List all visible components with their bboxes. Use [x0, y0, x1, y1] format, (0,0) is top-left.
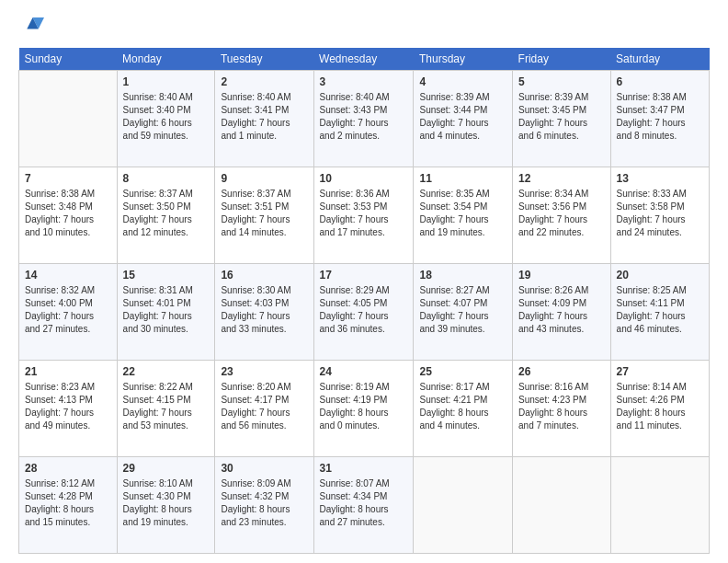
day-number: 2: [221, 75, 307, 90]
day-number: 24: [320, 364, 408, 380]
calendar-cell: 7Sunrise: 8:38 AMSunset: 3:48 PMDaylight…: [19, 167, 118, 264]
day-info: Sunrise: 8:31 AMSunset: 4:01 PMDaylight:…: [123, 284, 210, 336]
calendar-cell: 28Sunrise: 8:12 AMSunset: 4:28 PMDayligh…: [19, 457, 118, 554]
day-number: 4: [419, 75, 506, 90]
calendar-cell: 2Sunrise: 8:40 AMSunset: 3:41 PMDaylight…: [215, 71, 313, 167]
calendar-week-row: 7Sunrise: 8:38 AMSunset: 3:48 PMDaylight…: [19, 167, 710, 264]
day-number: 15: [123, 268, 210, 283]
day-number: 23: [221, 364, 307, 380]
day-number: 14: [25, 268, 111, 283]
logo-icon: [18, 15, 44, 40]
day-number: 6: [617, 75, 703, 90]
weekday-friday: Friday: [513, 48, 611, 71]
day-info: Sunrise: 8:36 AMSunset: 3:53 PMDaylight:…: [320, 188, 408, 239]
day-number: 9: [221, 171, 307, 187]
calendar-cell: 22Sunrise: 8:22 AMSunset: 4:15 PMDayligh…: [117, 361, 215, 457]
day-number: 18: [419, 268, 506, 283]
day-info: Sunrise: 8:20 AMSunset: 4:17 PMDaylight:…: [221, 381, 307, 432]
calendar-cell: 1Sunrise: 8:40 AMSunset: 3:40 PMDaylight…: [117, 71, 215, 167]
day-number: 19: [518, 268, 605, 283]
calendar-cell: 13Sunrise: 8:33 AMSunset: 3:58 PMDayligh…: [610, 167, 709, 264]
day-info: Sunrise: 8:32 AMSunset: 4:00 PMDaylight:…: [25, 284, 111, 336]
day-info: Sunrise: 8:09 AMSunset: 4:32 PMDaylight:…: [221, 477, 307, 529]
calendar-cell: 25Sunrise: 8:17 AMSunset: 4:21 PMDayligh…: [414, 361, 513, 457]
day-number: 16: [221, 268, 307, 283]
day-info: Sunrise: 8:23 AMSunset: 4:13 PMDaylight:…: [25, 381, 111, 432]
weekday-sunday: Sunday: [19, 48, 118, 71]
calendar-cell: 21Sunrise: 8:23 AMSunset: 4:13 PMDayligh…: [19, 361, 118, 457]
calendar-cell: 14Sunrise: 8:32 AMSunset: 4:00 PMDayligh…: [19, 264, 118, 361]
day-number: 21: [25, 364, 111, 380]
calendar-cell: 15Sunrise: 8:31 AMSunset: 4:01 PMDayligh…: [117, 264, 215, 361]
day-number: 29: [123, 461, 210, 477]
day-info: Sunrise: 8:40 AMSunset: 3:41 PMDaylight:…: [221, 91, 307, 143]
logo: [18, 15, 48, 40]
day-number: 7: [25, 171, 111, 187]
day-info: Sunrise: 8:16 AMSunset: 4:23 PMDaylight:…: [518, 381, 605, 432]
day-info: Sunrise: 8:26 AMSunset: 4:09 PMDaylight:…: [518, 284, 605, 336]
day-info: Sunrise: 8:37 AMSunset: 3:50 PMDaylight:…: [123, 188, 210, 239]
day-number: 12: [518, 171, 605, 187]
day-number: 8: [123, 171, 210, 187]
day-info: Sunrise: 8:39 AMSunset: 3:44 PMDaylight:…: [419, 91, 506, 143]
day-number: 13: [617, 171, 703, 187]
day-number: 17: [320, 268, 408, 283]
day-number: 1: [123, 75, 210, 90]
day-info: Sunrise: 8:22 AMSunset: 4:15 PMDaylight:…: [123, 381, 210, 432]
day-info: Sunrise: 8:07 AMSunset: 4:34 PMDaylight:…: [320, 477, 408, 529]
day-info: Sunrise: 8:40 AMSunset: 3:43 PMDaylight:…: [320, 91, 408, 143]
calendar-cell: 31Sunrise: 8:07 AMSunset: 4:34 PMDayligh…: [313, 457, 414, 554]
calendar-cell: 29Sunrise: 8:10 AMSunset: 4:30 PMDayligh…: [117, 457, 215, 554]
calendar-cell: 26Sunrise: 8:16 AMSunset: 4:23 PMDayligh…: [513, 361, 611, 457]
day-info: Sunrise: 8:19 AMSunset: 4:19 PMDaylight:…: [320, 381, 408, 432]
day-info: Sunrise: 8:39 AMSunset: 3:45 PMDaylight:…: [518, 91, 605, 143]
weekday-wednesday: Wednesday: [313, 48, 414, 71]
calendar-cell: [19, 71, 118, 167]
day-number: 31: [320, 461, 408, 477]
day-number: 20: [617, 268, 703, 283]
calendar-week-row: 21Sunrise: 8:23 AMSunset: 4:13 PMDayligh…: [19, 361, 710, 457]
calendar-cell: 3Sunrise: 8:40 AMSunset: 3:43 PMDaylight…: [313, 71, 414, 167]
day-number: 3: [320, 75, 408, 90]
day-info: Sunrise: 8:27 AMSunset: 4:07 PMDaylight:…: [419, 284, 506, 336]
calendar-cell: 9Sunrise: 8:37 AMSunset: 3:51 PMDaylight…: [215, 167, 313, 264]
calendar-cell: 8Sunrise: 8:37 AMSunset: 3:50 PMDaylight…: [117, 167, 215, 264]
weekday-saturday: Saturday: [610, 48, 709, 71]
day-number: 5: [518, 75, 605, 90]
day-info: Sunrise: 8:17 AMSunset: 4:21 PMDaylight:…: [419, 381, 506, 432]
calendar-cell: 6Sunrise: 8:38 AMSunset: 3:47 PMDaylight…: [610, 71, 709, 167]
calendar-cell: 19Sunrise: 8:26 AMSunset: 4:09 PMDayligh…: [513, 264, 611, 361]
calendar-cell: 5Sunrise: 8:39 AMSunset: 3:45 PMDaylight…: [513, 71, 611, 167]
day-number: 26: [518, 364, 605, 380]
day-info: Sunrise: 8:12 AMSunset: 4:28 PMDaylight:…: [25, 477, 111, 529]
day-info: Sunrise: 8:33 AMSunset: 3:58 PMDaylight:…: [617, 188, 703, 239]
day-info: Sunrise: 8:38 AMSunset: 3:47 PMDaylight:…: [617, 91, 703, 143]
day-info: Sunrise: 8:34 AMSunset: 3:56 PMDaylight:…: [518, 188, 605, 239]
day-number: 28: [25, 461, 111, 477]
day-info: Sunrise: 8:40 AMSunset: 3:40 PMDaylight:…: [123, 91, 210, 143]
calendar-cell: [414, 457, 513, 554]
day-info: Sunrise: 8:14 AMSunset: 4:26 PMDaylight:…: [617, 381, 703, 432]
calendar-cell: 18Sunrise: 8:27 AMSunset: 4:07 PMDayligh…: [414, 264, 513, 361]
day-info: Sunrise: 8:30 AMSunset: 4:03 PMDaylight:…: [221, 284, 307, 336]
day-number: 27: [617, 364, 703, 380]
calendar-cell: 23Sunrise: 8:20 AMSunset: 4:17 PMDayligh…: [215, 361, 313, 457]
calendar-cell: 12Sunrise: 8:34 AMSunset: 3:56 PMDayligh…: [513, 167, 611, 264]
day-number: 25: [419, 364, 506, 380]
day-number: 22: [123, 364, 210, 380]
calendar-week-row: 1Sunrise: 8:40 AMSunset: 3:40 PMDaylight…: [19, 71, 710, 167]
calendar-table: SundayMondayTuesdayWednesdayThursdayFrid…: [18, 48, 710, 554]
weekday-thursday: Thursday: [414, 48, 513, 71]
calendar-week-row: 14Sunrise: 8:32 AMSunset: 4:00 PMDayligh…: [19, 264, 710, 361]
day-number: 11: [419, 171, 506, 187]
calendar-cell: 4Sunrise: 8:39 AMSunset: 3:44 PMDaylight…: [414, 71, 513, 167]
page: SundayMondayTuesdayWednesdayThursdayFrid…: [0, 0, 728, 563]
calendar-cell: [610, 457, 709, 554]
calendar-cell: 30Sunrise: 8:09 AMSunset: 4:32 PMDayligh…: [215, 457, 313, 554]
calendar-cell: [513, 457, 611, 554]
day-info: Sunrise: 8:35 AMSunset: 3:54 PMDaylight:…: [419, 188, 506, 239]
day-number: 30: [221, 461, 307, 477]
calendar-week-row: 28Sunrise: 8:12 AMSunset: 4:28 PMDayligh…: [19, 457, 710, 554]
day-info: Sunrise: 8:29 AMSunset: 4:05 PMDaylight:…: [320, 284, 408, 336]
day-number: 10: [320, 171, 408, 187]
